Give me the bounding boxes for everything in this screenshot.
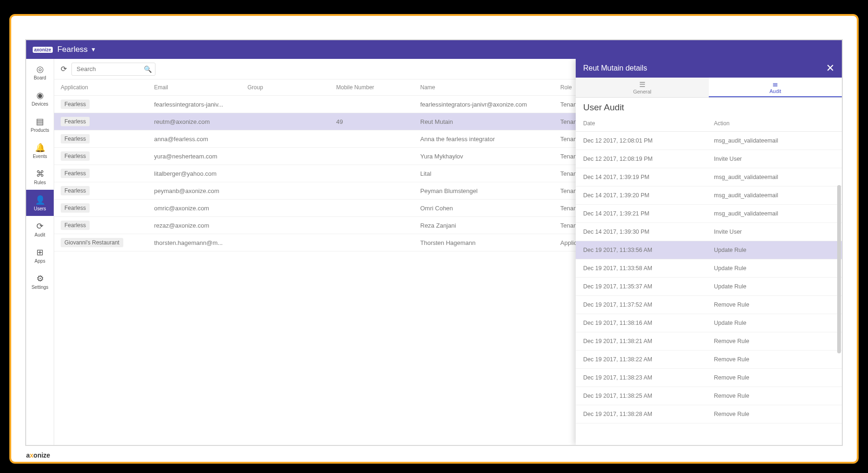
audit-row[interactable]: Dec 12 2017, 12:08:19 PMInvite User: [576, 150, 842, 168]
cell-group: [241, 200, 330, 217]
search-input[interactable]: [71, 63, 155, 76]
cell-group: [241, 113, 330, 130]
cell-email: yura@nesherteam.com: [148, 148, 241, 165]
audit-date: Dec 19 2017, 11:33:56 AM: [583, 247, 714, 253]
brand-badge: axonize: [33, 47, 53, 53]
audit-action: Invite User: [714, 229, 742, 235]
audit-tab-icon: ≣: [772, 80, 778, 88]
audit-row[interactable]: Dec 19 2017, 11:38:25 AMRemove Rule: [576, 387, 842, 405]
sidenav: ◎Board◉Devices▤Products🔔Events⌘Rules👤Use…: [26, 59, 54, 445]
main-area: ◎Board◉Devices▤Products🔔Events⌘Rules👤Use…: [26, 59, 842, 445]
sidenav-item-board[interactable]: ◎Board: [26, 59, 54, 85]
audit-row[interactable]: Dec 19 2017, 11:33:58 AMUpdate Rule: [576, 259, 842, 278]
settings-icon: ⚙: [36, 273, 44, 284]
cell-name: fearlessintegrators-janivr@axonize.com: [414, 96, 554, 113]
close-button[interactable]: ✕: [826, 62, 834, 74]
audit-header: Date Action: [576, 115, 842, 132]
audit-action: Remove Rule: [714, 338, 749, 344]
audit-action: msg_audit_validateemail: [714, 137, 778, 144]
sidenav-item-apps[interactable]: ⊞Apps: [26, 242, 54, 268]
footer-brand: axonize: [26, 452, 50, 459]
sidenav-item-settings[interactable]: ⚙Settings: [26, 268, 54, 294]
col-group[interactable]: Group: [241, 79, 330, 96]
col-mobile[interactable]: Mobile Number: [330, 79, 414, 96]
org-dropdown-icon[interactable]: ▼: [91, 46, 96, 53]
app-window: axonize Fearless ▼ ◎Board◉Devices▤Produc…: [25, 39, 843, 446]
brand-pre: a: [26, 452, 30, 459]
audit-date: Dec 19 2017, 11:37:52 AM: [583, 301, 714, 308]
details-panel: Reut Mutain details ✕ ☰General≣Audit Use…: [576, 59, 842, 445]
audit-action: Update Rule: [714, 247, 747, 253]
audit-row[interactable]: Dec 19 2017, 11:37:52 AMRemove Rule: [576, 296, 842, 314]
col-name[interactable]: Name: [414, 79, 554, 96]
search-icon: 🔍: [144, 65, 152, 73]
tab-audit[interactable]: ≣Audit: [709, 78, 842, 97]
audit-row[interactable]: Dec 19 2017, 11:38:21 AMRemove Rule: [576, 332, 842, 351]
sidenav-item-users[interactable]: 👤Users: [26, 190, 54, 216]
cell-mobile: [330, 148, 414, 165]
app-chip: Giovanni's Restaurant: [61, 238, 123, 247]
tab-label: Audit: [769, 88, 781, 94]
audit-action: Remove Rule: [714, 374, 749, 381]
audit-date: Dec 19 2017, 11:35:37 AM: [583, 283, 714, 290]
brand-dot: x: [30, 452, 34, 459]
sidenav-item-products[interactable]: ▤Products: [26, 111, 54, 137]
rules-icon: ⌘: [36, 169, 44, 179]
section-title: User Audit: [576, 98, 842, 115]
audit-row[interactable]: Dec 14 2017, 1:39:21 PMmsg_audit_validat…: [576, 205, 842, 223]
sidenav-item-devices[interactable]: ◉Devices: [26, 85, 54, 111]
audit-col-date[interactable]: Date: [583, 120, 714, 127]
audit-action: msg_audit_validateemail: [714, 192, 778, 199]
topbar: axonize Fearless ▼: [26, 40, 842, 59]
audit-row[interactable]: Dec 12 2017, 12:08:01 PMmsg_audit_valida…: [576, 132, 842, 150]
outer-frame: axonize Fearless ▼ ◎Board◉Devices▤Produc…: [9, 14, 859, 464]
audit-action: Remove Rule: [714, 356, 749, 363]
sidenav-label: Events: [33, 154, 47, 159]
col-email[interactable]: Email: [148, 79, 241, 96]
refresh-button[interactable]: ⟳: [61, 64, 67, 73]
audit-row[interactable]: Dec 19 2017, 11:38:28 AMRemove Rule: [576, 405, 842, 423]
sidenav-label: Rules: [34, 180, 46, 185]
org-name[interactable]: Fearless: [57, 45, 88, 54]
cell-email: peymanb@axonize.com: [148, 182, 241, 200]
cell-mobile: [330, 165, 414, 182]
cell-email: thorsten.hagemann@m...: [148, 234, 241, 251]
audit-row[interactable]: Dec 14 2017, 1:39:30 PMInvite User: [576, 223, 842, 241]
cell-group: [241, 96, 330, 113]
audit-row[interactable]: Dec 19 2017, 11:38:22 AMRemove Rule: [576, 351, 842, 369]
cell-email: reutm@axonize.com: [148, 113, 241, 130]
audit-date: Dec 14 2017, 1:39:30 PM: [583, 229, 714, 235]
audit-action: Remove Rule: [714, 301, 749, 308]
tab-label: General: [633, 89, 651, 94]
app-chip: Fearless: [61, 100, 90, 109]
cell-name: Anna the fearless integrator: [414, 130, 554, 148]
audit-col-action[interactable]: Action: [714, 120, 729, 127]
sidenav-label: Audit: [35, 232, 45, 237]
audit-rows[interactable]: Dec 12 2017, 12:08:01 PMmsg_audit_valida…: [576, 132, 842, 445]
cell-group: [241, 217, 330, 234]
audit-row[interactable]: Dec 19 2017, 11:38:16 AMUpdate Rule: [576, 314, 842, 332]
audit-date: Dec 12 2017, 12:08:01 PM: [583, 137, 714, 144]
audit-row[interactable]: Dec 14 2017, 1:39:19 PMmsg_audit_validat…: [576, 168, 842, 186]
tab-general[interactable]: ☰General: [576, 78, 709, 97]
apps-icon: ⊞: [36, 247, 43, 258]
sidenav-item-events[interactable]: 🔔Events: [26, 137, 54, 164]
cell-mobile: [330, 217, 414, 234]
cell-name: Reut Mutain: [414, 113, 554, 130]
app-chip: Fearless: [61, 186, 90, 195]
app-chip: Fearless: [61, 169, 90, 178]
cell-group: [241, 148, 330, 165]
audit-row[interactable]: Dec 19 2017, 11:35:37 AMUpdate Rule: [576, 278, 842, 296]
sidenav-item-rules[interactable]: ⌘Rules: [26, 164, 54, 190]
col-application[interactable]: Application: [54, 79, 148, 96]
audit-row[interactable]: Dec 19 2017, 11:38:23 AMRemove Rule: [576, 369, 842, 387]
cell-mobile: [330, 130, 414, 148]
sidenav-item-audit[interactable]: ⟳Audit: [26, 216, 54, 242]
scrollbar[interactable]: [837, 185, 841, 353]
audit-row[interactable]: Dec 19 2017, 11:33:56 AMUpdate Rule: [576, 241, 842, 259]
audit-date: Dec 19 2017, 11:38:22 AM: [583, 356, 714, 363]
audit-row[interactable]: Dec 14 2017, 1:39:20 PMmsg_audit_validat…: [576, 186, 842, 205]
events-icon: 🔔: [35, 143, 45, 153]
audit-date: Dec 19 2017, 11:38:25 AM: [583, 393, 714, 399]
sidenav-label: Apps: [35, 258, 45, 264]
